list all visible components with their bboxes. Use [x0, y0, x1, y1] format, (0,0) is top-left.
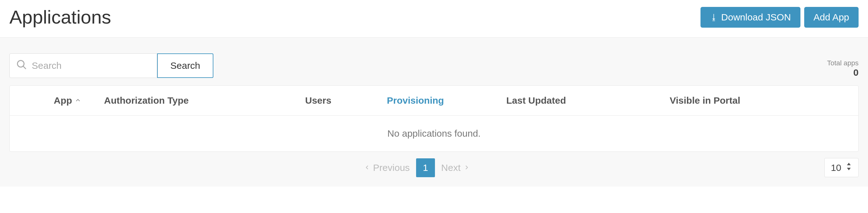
column-header-users[interactable]: Users [305, 95, 387, 106]
page-header: Applications ⭳ Download JSON Add App [0, 0, 868, 38]
column-header-visible-in-portal[interactable]: Visible in Portal [670, 95, 858, 106]
download-json-label: Download JSON [721, 12, 791, 23]
applications-table: App Authorization Type Users Provisionin… [9, 86, 859, 152]
previous-page-button[interactable]: Previous [364, 162, 410, 173]
search-icon [16, 59, 27, 72]
sort-updown-icon [846, 162, 852, 173]
page-size-value: 10 [831, 162, 841, 173]
svg-point-0 [18, 60, 24, 67]
search-group: Search [9, 53, 213, 78]
empty-state-message: No applications found. [10, 116, 858, 151]
pagination: Previous 1 Next [364, 158, 470, 177]
next-page-button[interactable]: Next [441, 162, 470, 173]
download-json-button[interactable]: ⭳ Download JSON [701, 7, 800, 28]
page-number-current[interactable]: 1 [416, 158, 435, 177]
search-box [9, 53, 157, 78]
content-area: Search Total apps 0 App Authorization Ty… [0, 38, 868, 187]
next-label: Next [441, 162, 461, 173]
column-header-authorization-type[interactable]: Authorization Type [104, 95, 305, 106]
svg-line-1 [23, 66, 26, 69]
chevron-left-icon [364, 162, 371, 173]
svg-marker-3 [847, 168, 851, 170]
header-actions: ⭳ Download JSON Add App [701, 7, 859, 28]
totals-label: Total apps [827, 59, 859, 67]
chevron-right-icon [463, 162, 470, 173]
page-size-selector[interactable]: 10 [824, 158, 859, 177]
column-provisioning-label: Provisioning [387, 95, 444, 106]
toolbar: Search Total apps 0 [9, 53, 859, 78]
search-input[interactable] [32, 60, 151, 71]
totals: Total apps 0 [827, 59, 859, 78]
sort-ascending-icon [74, 95, 82, 106]
totals-value: 0 [827, 67, 859, 78]
search-button[interactable]: Search [157, 53, 213, 78]
column-users-label: Users [305, 95, 331, 106]
column-header-provisioning[interactable]: Provisioning [387, 95, 506, 106]
pagination-row: Previous 1 Next 10 [9, 158, 859, 177]
column-header-app[interactable]: App [10, 95, 104, 106]
previous-label: Previous [373, 162, 410, 173]
add-app-label: Add App [814, 12, 849, 23]
svg-marker-2 [847, 163, 851, 165]
column-header-last-updated[interactable]: Last Updated [506, 95, 670, 106]
column-last-updated-label: Last Updated [506, 95, 566, 106]
download-icon: ⭳ [710, 13, 718, 21]
page-title: Applications [9, 6, 111, 28]
column-auth-label: Authorization Type [104, 95, 189, 106]
add-app-button[interactable]: Add App [804, 7, 859, 28]
table-header-row: App Authorization Type Users Provisionin… [10, 86, 858, 116]
column-visible-label: Visible in Portal [670, 95, 740, 106]
column-app-label: App [54, 95, 72, 106]
